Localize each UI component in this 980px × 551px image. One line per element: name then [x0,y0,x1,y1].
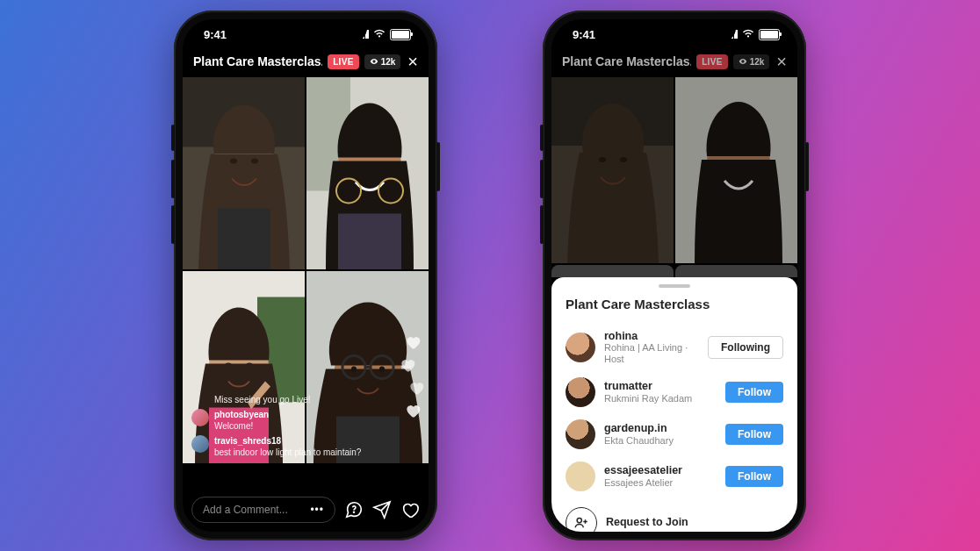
participant-name: essajeesatelier [604,464,717,476]
svg-point-4 [251,159,258,164]
eye-icon [739,57,747,66]
promo-background: 9:41 Plant Care Masterclas... LIVE 12k × [0,0,980,551]
participant-row[interactable]: trumatterRukmini Ray Kadam Follow [566,371,783,413]
avatar [566,333,595,362]
notch [244,19,367,42]
sheet-handle[interactable] [659,284,690,288]
notch [613,19,736,42]
comment-body: best indoor low light plan to maintain? [214,447,420,458]
live-badge: LIVE [328,54,358,69]
participant-tile-1[interactable] [551,77,674,263]
participant-sub: Rukmini Ray Kadam [604,393,717,404]
comment-username: travis_shreds18 [214,435,420,447]
comment-placeholder: Add a Comment... [203,504,288,516]
participant-row[interactable]: essajeesatelierEssajees Atelier Follow [566,455,783,497]
participant-tile-2[interactable] [675,77,797,263]
mute-switch [171,125,175,151]
status-time: 9:41 [573,28,595,41]
svg-point-10 [377,162,384,168]
close-icon[interactable]: × [406,53,420,70]
svg-point-9 [356,162,363,168]
viewer-count: 12k [381,57,396,67]
request-join-label: Request to Join [606,516,783,528]
phone-frame-right: 9:41 Plant Care Masterclas... LIVE 12k × [543,11,806,540]
participant-name: trumatter [604,380,717,392]
close-icon[interactable]: × [775,53,789,70]
live-title: Plant Care Masterclas... [193,54,322,68]
participant-tile-1[interactable] [183,77,305,269]
request-to-join-row[interactable]: Request to Join [566,501,783,532]
volume-down [171,205,175,244]
live-title: Plant Care Masterclas... [562,54,691,68]
live-badge: LIVE [696,54,727,69]
participant-tile-4-peek [675,265,797,277]
status-time: 9:41 [204,28,227,41]
heart-icon [404,333,422,351]
avatar [191,409,209,426]
battery-icon [390,29,411,40]
svg-point-28 [354,512,355,512]
comments-overlay: Miss seeing you go Live! photosbyeanWelc… [183,387,429,463]
svg-point-17 [225,363,232,369]
svg-point-25 [351,367,357,372]
follow-button[interactable]: Follow [725,466,783,487]
volume-up [171,160,175,198]
comment-body: Miss seeing you go Live! [214,395,311,404]
viewer-count-badge[interactable]: 12k [733,54,770,69]
viewer-count: 12k [750,57,765,67]
participant-row[interactable]: gardenup.inEkta Chaudhary Follow [566,413,783,455]
svg-point-3 [230,159,237,164]
svg-rect-5 [218,209,270,270]
phone-frame-left: 9:41 Plant Care Masterclas... LIVE 12k × [174,11,437,540]
follow-button[interactable]: Follow [725,382,783,403]
request-join-icon [566,507,597,532]
power-button [436,142,440,191]
battery-icon [759,29,780,40]
avatar [566,462,595,491]
volume-down [540,205,544,244]
live-header: Plant Care Masterclas... LIVE 12k × [183,49,429,77]
more-icon[interactable]: ••• [310,504,324,516]
participant-tile-3-peek [551,265,674,277]
svg-rect-11 [338,214,401,270]
svg-point-26 [379,367,385,372]
question-icon[interactable] [344,500,364,519]
screen-left: 9:41 Plant Care Masterclas... LIVE 12k × [183,19,429,532]
live-grid: Miss seeing you go Live! photosbyeanWelc… [183,77,429,463]
live-footer: Add a Comment... ••• [183,490,429,532]
avatar [566,377,595,407]
sheet-title: Plant Care Masterclass [566,297,783,311]
participant-sub: Rohina | AA Living · Host [604,342,699,364]
participant-tile-2[interactable] [306,77,429,269]
screen-right: 9:41 Plant Care Masterclas... LIVE 12k × [551,19,797,532]
live-comment[interactable]: travis_shreds18best indoor low light pla… [191,435,420,458]
power-button [805,142,809,191]
wifi-icon [373,28,386,41]
follow-button[interactable]: Follow [725,424,783,445]
mute-switch [540,125,544,151]
comment-username: photosbyean [214,409,420,420]
participant-sub: Essajees Atelier [604,477,717,489]
share-icon[interactable] [372,500,392,519]
participant-row[interactable]: rohinaRohina | AA Living · Host Followin… [566,324,783,371]
comment-input[interactable]: Add a Comment... ••• [191,497,335,523]
wifi-icon [742,28,754,41]
svg-point-36 [577,518,581,522]
svg-point-33 [620,157,627,162]
participant-name: gardenup.in [604,422,717,434]
participants-sheet[interactable]: Plant Care Masterclass rohinaRohina | AA… [551,277,797,532]
eye-icon [370,57,378,66]
volume-up [540,160,544,198]
svg-point-18 [246,363,253,369]
live-header: Plant Care Masterclas... LIVE 12k × [551,49,797,77]
live-comment[interactable]: photosbyeanWelcome! [191,409,420,432]
participant-name: rohina [604,330,699,342]
avatar [566,419,595,449]
following-button[interactable]: Following [708,336,783,359]
heart-icon [399,356,416,374]
heart-icon[interactable] [400,500,420,519]
svg-point-32 [599,157,606,162]
participant-sub: Ekta Chaudhary [604,435,717,447]
viewer-count-badge[interactable]: 12k [364,54,401,69]
live-comment[interactable]: Miss seeing you go Live! [191,394,420,405]
